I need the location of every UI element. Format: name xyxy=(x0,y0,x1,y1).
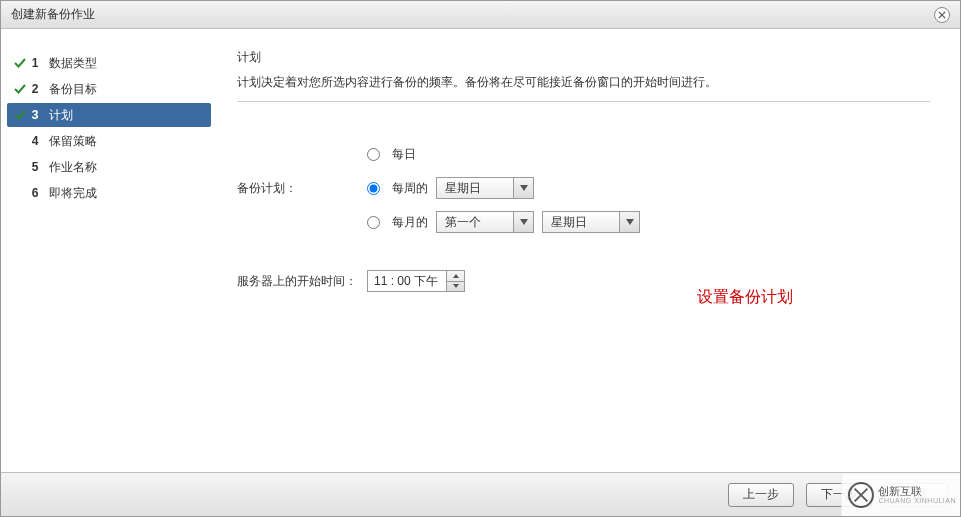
svg-marker-6 xyxy=(453,284,459,288)
start-time-label: 服务器上的开始时间： xyxy=(237,273,367,290)
start-time-input[interactable]: 11 : 00 下午 xyxy=(367,270,447,292)
chevron-down-icon xyxy=(619,212,639,232)
radio-monthly[interactable] xyxy=(367,216,380,229)
check-icon xyxy=(13,83,27,95)
annotation-text: 设置备份计划 xyxy=(697,287,793,308)
window-title: 创建新备份作业 xyxy=(11,6,934,23)
wizard-sidebar: 1 数据类型 2 备份目标 3 计划 4 保留策略 5 作业名称 xyxy=(1,29,217,472)
step-label: 备份目标 xyxy=(43,81,97,98)
svg-marker-4 xyxy=(626,219,634,225)
step-label: 即将完成 xyxy=(43,185,97,202)
wizard-content: 计划 计划决定着对您所选内容进行备份的频率。备份将在尽可能接近备份窗口的开始时间… xyxy=(217,29,960,472)
step-schedule[interactable]: 3 计划 xyxy=(7,103,211,127)
radio-weekly[interactable] xyxy=(367,182,380,195)
step-label: 计划 xyxy=(43,107,73,124)
svg-marker-3 xyxy=(520,219,528,225)
radio-daily-label: 每日 xyxy=(392,146,416,163)
chevron-down-icon xyxy=(513,212,533,232)
monthly-ordinal-select[interactable]: 第一个 xyxy=(436,211,534,233)
step-backup-target[interactable]: 2 备份目标 xyxy=(7,77,211,101)
check-icon xyxy=(13,109,27,121)
radio-daily[interactable] xyxy=(367,148,380,161)
weekly-day-select[interactable]: 星期日 xyxy=(436,177,534,199)
step-job-name[interactable]: 5 作业名称 xyxy=(7,155,211,179)
step-data-type[interactable]: 1 数据类型 xyxy=(7,51,211,75)
watermark-logo-icon xyxy=(848,482,874,508)
step-retention[interactable]: 4 保留策略 xyxy=(7,129,211,153)
page-description: 计划决定着对您所选内容进行备份的频率。备份将在尽可能接近备份窗口的开始时间进行。 xyxy=(237,74,930,91)
back-button[interactable]: 上一步 xyxy=(728,483,794,507)
step-label: 作业名称 xyxy=(43,159,97,176)
svg-marker-5 xyxy=(453,274,459,278)
step-label: 数据类型 xyxy=(43,55,97,72)
backup-schedule-label: 备份计划： xyxy=(237,180,367,197)
radio-monthly-label: 每月的 xyxy=(392,214,428,231)
close-icon[interactable] xyxy=(934,7,950,23)
step-finish[interactable]: 6 即将完成 xyxy=(7,181,211,205)
check-icon xyxy=(13,57,27,69)
page-heading: 计划 xyxy=(237,49,930,66)
spinner-down-icon[interactable] xyxy=(447,281,464,292)
spinner-up-icon[interactable] xyxy=(447,271,464,281)
step-label: 保留策略 xyxy=(43,133,97,150)
svg-marker-2 xyxy=(520,185,528,191)
titlebar: 创建新备份作业 xyxy=(1,1,960,29)
monthly-day-select[interactable]: 星期日 xyxy=(542,211,640,233)
divider xyxy=(237,101,930,102)
radio-weekly-label: 每周的 xyxy=(392,180,428,197)
watermark: 创新互联 CHUANG XINHULIAN xyxy=(841,474,961,516)
wizard-window: 创建新备份作业 1 数据类型 2 备份目标 3 计划 4 xyxy=(0,0,961,517)
wizard-footer: 上一步 下一步 完成 xyxy=(1,472,960,516)
time-spinner[interactable] xyxy=(447,270,465,292)
chevron-down-icon xyxy=(513,178,533,198)
